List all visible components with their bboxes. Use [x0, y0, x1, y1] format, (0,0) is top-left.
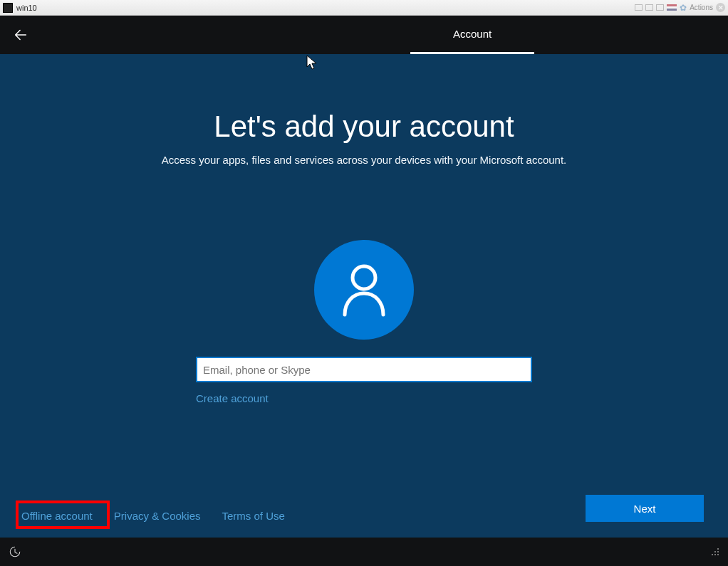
vm-window-icon[interactable]: [645, 4, 653, 11]
gear-icon[interactable]: ✿: [680, 3, 687, 13]
close-icon[interactable]: ✕: [716, 3, 725, 12]
vm-title: win10: [16, 4, 37, 12]
create-account-link[interactable]: Create account: [196, 392, 532, 404]
resize-grip-icon: [711, 547, 719, 556]
oobe-body: Let's add your account Access your apps,…: [0, 54, 728, 538]
oobe-window: Account Let's add your account Access yo…: [0, 16, 728, 566]
footer-links: Offline account Privacy & Cookies Terms …: [21, 510, 285, 522]
oobe-taskbar: [0, 538, 728, 566]
email-field[interactable]: [196, 357, 532, 382]
back-button[interactable]: [6, 20, 36, 50]
page-heading: Let's add your account: [0, 110, 728, 144]
vm-titlebar-controls: ✿ Actions ✕: [635, 3, 725, 13]
vm-display-icon[interactable]: [635, 4, 643, 11]
vm-titlebar: win10 ✿ Actions ✕: [0, 0, 728, 16]
account-avatar: [314, 240, 414, 340]
privacy-cookies-link[interactable]: Privacy & Cookies: [114, 510, 201, 522]
vm-app-icon: [3, 3, 13, 13]
oobe-header: Account: [0, 16, 728, 54]
next-button[interactable]: Next: [586, 495, 704, 522]
vm-flag-icon: [667, 4, 677, 11]
offline-account-link[interactable]: Offline account: [21, 510, 93, 522]
page-subheading: Access your apps, files and services acr…: [0, 154, 728, 166]
person-icon: [339, 262, 389, 318]
tab-account-label: Account: [453, 28, 492, 40]
terms-of-use-link[interactable]: Terms of Use: [222, 510, 285, 522]
arrow-left-icon: [13, 27, 28, 43]
vm-actions-label[interactable]: Actions: [690, 4, 713, 11]
svg-point-0: [353, 266, 375, 289]
ease-of-access-icon[interactable]: [9, 545, 21, 558]
vm-window2-icon[interactable]: [656, 4, 664, 11]
tab-account[interactable]: Account: [410, 16, 534, 54]
